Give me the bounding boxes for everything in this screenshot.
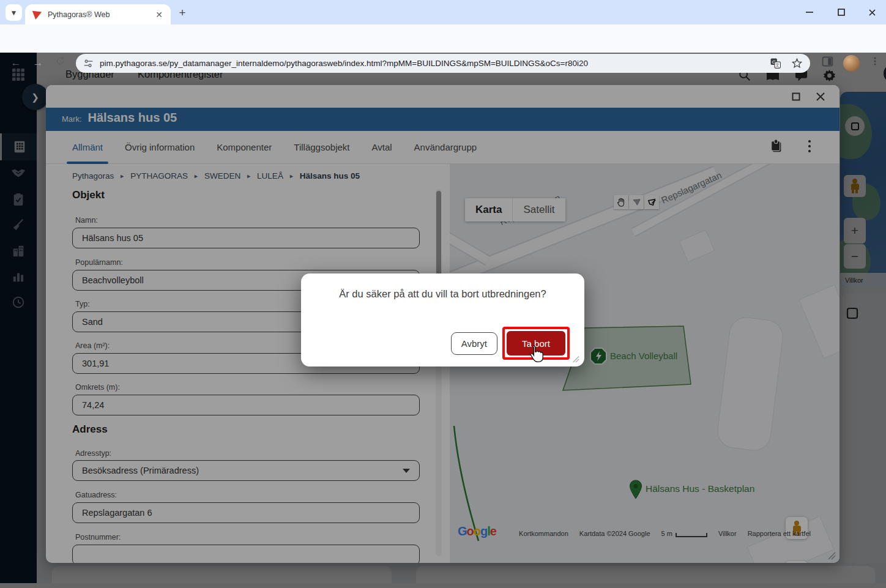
site-settings-icon[interactable] [83,58,94,69]
translate-icon[interactable]: G文 [770,58,781,69]
bookmark-star-icon[interactable] [791,58,803,69]
window-close-button[interactable] [858,0,886,24]
tab-title: Pythagoras® Web [48,10,154,19]
hand-cursor-icon [527,344,545,365]
side-panel-icon[interactable] [820,56,835,70]
browser-toolbar: ← → pim.pythagoras.se/py_datamanager_int… [0,24,886,53]
tab-close-icon[interactable]: ✕ [154,9,165,20]
back-button[interactable]: ← [9,56,23,70]
browser-titlebar: ▼ Pythagoras® Web ✕ + [0,0,886,24]
cancel-button[interactable]: Avbryt [451,332,497,355]
browser-tab[interactable]: Pythagoras® Web ✕ [25,4,171,24]
browser-profile-avatar[interactable] [843,55,860,72]
reload-button[interactable] [53,56,67,70]
confirm-message: Är du säker på att du vill ta bort utbre… [301,288,584,300]
tab-search-chevron-icon[interactable]: ▼ [6,4,22,21]
dialog-resize-handle[interactable] [571,354,579,363]
screen: ▼ Pythagoras® Web ✕ + ← → pim.pythagoras… [0,0,886,588]
url-bar[interactable]: pim.pythagoras.se/py_datamanager_interna… [76,54,810,73]
window-minimize-button[interactable] [795,0,824,24]
forward-button[interactable]: → [31,56,45,70]
svg-text:文: 文 [775,62,780,68]
pythagoras-favicon-icon [31,9,42,20]
window-maximize-button[interactable] [827,0,855,24]
browser-menu-icon[interactable] [868,56,882,70]
new-tab-button[interactable]: + [175,6,190,20]
url-text[interactable]: pim.pythagoras.se/py_datamanager_interna… [100,59,770,68]
